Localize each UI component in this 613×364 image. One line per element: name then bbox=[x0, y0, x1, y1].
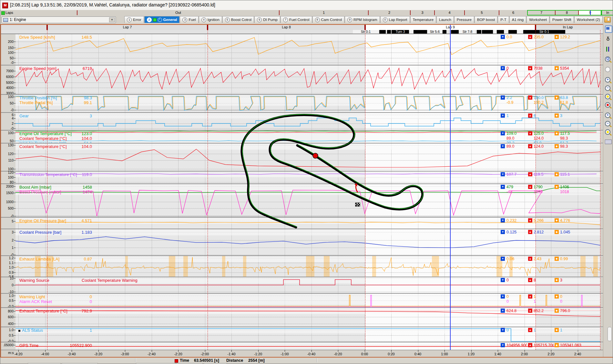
tab-worksheet-2-[interactable]: Worksheet (2) bbox=[574, 16, 603, 23]
axis-gutter: 800600400 bbox=[1, 308, 15, 327]
lap-header-inlap[interactable]: In Lap bbox=[536, 25, 600, 29]
tab-di-pump[interactable]: 6DI Pump bbox=[254, 16, 280, 23]
zoom-out-h-icon[interactable]: − bbox=[605, 85, 610, 91]
tab-boost-cotrol[interactable]: 5Boost Cotrol bbox=[222, 16, 254, 23]
lap-segment-6[interactable]: 6 bbox=[499, 10, 527, 15]
channel-name[interactable]: Engine Oil Pressure [bar] bbox=[19, 218, 66, 223]
channel-name[interactable]: Coolant Temperature [°C] bbox=[19, 136, 67, 141]
lap-segment-1[interactable]: 1 bbox=[279, 10, 368, 15]
channel-name[interactable]: Exhaust Temperature [°C] bbox=[19, 309, 67, 313]
plot-area[interactable]: Coolant Pressure [bar]1.183▼▲◆0.1252.812… bbox=[15, 229, 600, 255]
zoom-in-v-icon[interactable]: + bbox=[605, 113, 610, 118]
zoom-box-icon[interactable]: Q bbox=[605, 56, 610, 62]
channel-name[interactable]: Throttle Position [%] bbox=[19, 95, 57, 100]
zoom-in-h-icon[interactable]: + bbox=[605, 77, 610, 83]
zoom-full-v-icon[interactable] bbox=[605, 129, 610, 135]
lap-segment-5[interactable]: 5 bbox=[464, 10, 499, 15]
lap-segment-laps[interactable]: Laps bbox=[0, 10, 77, 15]
lap-segment-8[interactable]: 8 bbox=[555, 10, 578, 15]
lap-header-lap8[interactable]: Lap 8 bbox=[208, 25, 365, 29]
time-tick bbox=[418, 350, 418, 352]
time-cursor-line[interactable] bbox=[450, 25, 451, 350]
plot-area[interactable]: Gear3▼▲◆163 bbox=[15, 113, 600, 130]
channel-name[interactable]: Coolant Temperature [°C] bbox=[19, 144, 67, 149]
max-value: 1 bbox=[534, 299, 554, 304]
plot-area[interactable]: Boost Aim [mbar]1458▼▲◆47917901406Boost … bbox=[15, 184, 600, 217]
plot-area[interactable]: ALS Status1▼▲◆011 bbox=[15, 327, 600, 342]
lap-segment-2[interactable]: 2 bbox=[368, 10, 410, 15]
channel-name[interactable]: Throttle Pedal [%] bbox=[19, 100, 53, 105]
lap-segment-3[interactable]: 3 bbox=[410, 10, 434, 15]
parallel-lines-icon[interactable] bbox=[605, 46, 611, 52]
channel-name[interactable]: Exhaust Lambda [LA] bbox=[19, 257, 59, 261]
lap-segment-in[interactable]: In bbox=[601, 10, 613, 15]
plot-area[interactable]: Warning SourceCoolant Temperature Warnin… bbox=[15, 277, 600, 293]
tab-launch[interactable]: Launch bbox=[436, 16, 454, 23]
lap-segment-9[interactable]: 9 bbox=[578, 10, 601, 15]
plot-area[interactable]: Warning Light0▼▲◆010Alarm ACK Reset0010 bbox=[15, 294, 600, 307]
channel-name[interactable]: Coolant Pressure [bar] bbox=[19, 230, 61, 235]
max-value-icon: ▲ bbox=[528, 278, 532, 282]
tab-error[interactable]: 1Error bbox=[124, 16, 144, 23]
cursor-value: -0.9 bbox=[506, 100, 527, 105]
tab-power-shift[interactable]: Power Shift bbox=[550, 16, 574, 23]
channel-name[interactable]: Warning Light bbox=[19, 294, 45, 299]
lap-segment-7[interactable]: 7 bbox=[527, 10, 555, 15]
zoom-out-v-icon[interactable]: − bbox=[605, 121, 610, 126]
tab-cam-control[interactable]: 8Cam Control bbox=[312, 16, 345, 23]
ruler-icon[interactable] bbox=[605, 140, 612, 144]
lap-segment-out[interactable]: Out bbox=[77, 10, 279, 15]
axis-label: 2000 bbox=[6, 184, 14, 188]
plot-area[interactable]: Transmission Temperature [°C]119.0▼▲◆107… bbox=[15, 172, 600, 183]
tab-worksheet[interactable]: Worksheet bbox=[526, 16, 549, 23]
tab-fuel-control[interactable]: 7Fuel Control bbox=[281, 16, 312, 23]
channel-name[interactable]: Gear bbox=[19, 113, 29, 118]
plot-area[interactable]: Engine Speed [rpm]6719▼▲◆070385354 bbox=[15, 65, 600, 94]
channel-name[interactable]: GPS Time bbox=[19, 343, 38, 348]
lap-header-lap7[interactable]: Lap 7 bbox=[47, 25, 208, 29]
plot-area[interactable]: Coolant Temperature [°C]104.0▼▲◆89.0124.… bbox=[15, 143, 600, 171]
plot-area[interactable]: GPS Time105522.900▼▲◆104956.900105715.70… bbox=[15, 342, 600, 350]
channel-name[interactable]: Boost Pressure [mbar] bbox=[19, 190, 61, 194]
plot-area[interactable]: Exhaust Lambda [LA]0.87▼▲◆0.062.430.99 bbox=[15, 256, 600, 277]
vertical-scrollbar[interactable] bbox=[608, 327, 612, 341]
section-block bbox=[494, 30, 496, 34]
channel-row-drive-speed-km-h-: 20015010050-0Drive Speed [km/h]148.5▼▲◆0… bbox=[1, 34, 604, 65]
tab-a1-ring[interactable]: A1 ring bbox=[509, 16, 526, 23]
worksheet-group-select[interactable]: 1: Engine ▼ bbox=[2, 16, 116, 23]
chevron-down-icon[interactable]: ▼ bbox=[109, 17, 115, 22]
tab-temperature[interactable]: Temperature bbox=[410, 16, 436, 23]
lap-segment-4[interactable]: 4 bbox=[434, 10, 464, 15]
cursor-value: 109.0 bbox=[506, 131, 527, 136]
display-mode-button[interactable] bbox=[605, 25, 612, 33]
delta-icon[interactable]: δ bbox=[605, 36, 611, 42]
plot-area[interactable]: Drive Speed [km/h]148.5▼▲◆0.0235.0129.2 bbox=[15, 34, 600, 65]
zoom-off-icon[interactable] bbox=[605, 67, 610, 72]
channel-name[interactable]: Engine Speed [rpm] bbox=[19, 66, 56, 71]
plot-area[interactable]: Engine Oil Temperature [°C]123.0▼▲◆109.0… bbox=[15, 131, 600, 143]
tab-pressure[interactable]: Pressure bbox=[454, 16, 474, 23]
plot-area[interactable]: Exhaust Temperature [°C]792.9▼▲◆624.8852… bbox=[15, 308, 600, 327]
time-tick bbox=[338, 350, 338, 352]
plot-area[interactable]: Engine Oil Pressure [bar]4.571▼▲◆0.2325.… bbox=[15, 218, 600, 229]
tab-general[interactable]: 2General bbox=[144, 16, 180, 23]
time-tick bbox=[18, 350, 19, 352]
time-tick bbox=[498, 350, 498, 352]
zoom-lap-h-icon[interactable] bbox=[605, 102, 610, 108]
plot-area[interactable]: Throttle Position [%]98.3▼▲◆2.2100.063.8… bbox=[15, 95, 600, 112]
channel-name[interactable]: Drive Speed [km/h] bbox=[19, 35, 55, 40]
channel-name[interactable]: Boost Aim [mbar] bbox=[19, 185, 51, 190]
channel-name[interactable]: Warning Source bbox=[19, 278, 49, 283]
avg-value: 4.776 bbox=[560, 218, 586, 223]
tab-ignition[interactable]: 4Ignition bbox=[199, 16, 222, 23]
tab-p-t[interactable]: P-T bbox=[498, 16, 509, 23]
section-block bbox=[508, 30, 517, 34]
tab-fuel[interactable]: 3Fuel bbox=[180, 16, 198, 23]
zoom-full-h-icon[interactable] bbox=[605, 94, 610, 99]
channel-name[interactable]: ALS Status bbox=[22, 328, 43, 333]
tab-rpm-istogram[interactable]: 9RPM Istogram bbox=[345, 16, 380, 23]
worksheet-properties-icon[interactable] bbox=[604, 17, 611, 23]
time-tick bbox=[578, 350, 578, 352]
tab-bop-boost[interactable]: BOP boost bbox=[475, 16, 497, 23]
tab-lap-report[interactable]: 0Lap Report bbox=[380, 16, 410, 23]
